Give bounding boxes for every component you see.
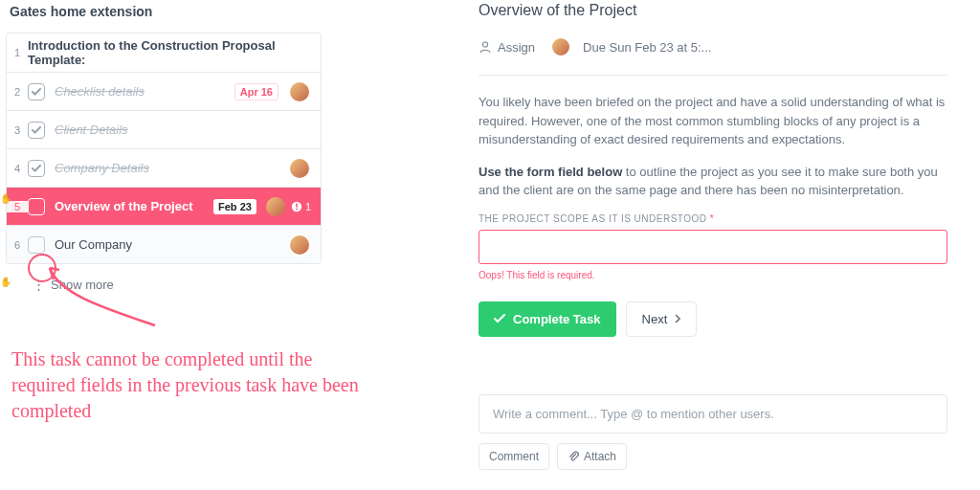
checkbox-icon[interactable]	[28, 122, 45, 139]
task-row-header[interactable]: 1 Introduction to the Construction Propo…	[7, 33, 321, 72]
task-row[interactable]: 6 Our Company	[7, 225, 321, 263]
avatar[interactable]	[288, 80, 311, 103]
checkbox-icon[interactable]	[28, 198, 45, 215]
task-list: 1 Introduction to the Construction Propo…	[6, 33, 322, 264]
description-paragraph: You likely have been briefed on the proj…	[479, 93, 947, 149]
comment-input[interactable]: Write a comment... Type @ to mention oth…	[479, 394, 947, 434]
assign-button[interactable]: Assign	[479, 40, 535, 55]
more-icon: ⋮	[33, 278, 45, 292]
checkbox-icon[interactable]	[28, 83, 45, 100]
field-label: THE PROJECT SCOPE AS IT IS UNDERSTOOD *	[479, 213, 947, 224]
annotation-text: This task cannot be completed until the …	[11, 346, 366, 424]
task-label: Overview of the Project	[55, 199, 213, 213]
task-label: Company Details	[55, 161, 284, 175]
task-label: Checklist details	[55, 84, 234, 99]
workflow-title: Gates home extension	[0, 0, 322, 33]
field-error: Oops! This field is required.	[479, 270, 947, 280]
warning-count: 1	[291, 201, 311, 212]
task-number: 4	[7, 163, 28, 174]
task-row[interactable]: 4 Company Details	[7, 148, 321, 187]
task-label: Client Details	[55, 122, 311, 137]
svg-rect-1	[296, 203, 298, 207]
task-number: 1	[7, 47, 28, 58]
checkbox-icon[interactable]	[28, 236, 45, 254]
attach-button[interactable]: Attach	[557, 443, 627, 470]
chevron-right-icon	[675, 314, 680, 323]
due-badge: Apr 16	[234, 83, 278, 100]
user-icon	[479, 40, 492, 54]
svg-point-3	[482, 42, 487, 47]
task-row[interactable]: 2 Checklist details Apr 16	[7, 72, 321, 110]
alert-icon	[291, 201, 302, 212]
due-date[interactable]: Due Sun Feb 23 at 5:...	[583, 40, 711, 55]
check-icon	[494, 314, 505, 323]
task-label: Introduction to the Construction Proposa…	[28, 38, 311, 67]
show-more-button[interactable]: ⋮ Show more	[0, 264, 322, 292]
checkbox-icon[interactable]	[28, 160, 45, 177]
avatar[interactable]	[288, 234, 311, 256]
assignee-avatar[interactable]	[550, 36, 571, 57]
project-scope-input[interactable]	[479, 230, 947, 264]
task-label: Our Company	[55, 237, 284, 252]
comment-button[interactable]: Comment	[479, 443, 549, 470]
due-badge: Feb 23	[213, 199, 256, 214]
task-meta-bar: Assign Due Sun Feb 23 at 5:...	[479, 31, 947, 76]
stop-icon: ✋	[0, 277, 11, 287]
complete-task-button[interactable]: Complete Task	[479, 301, 616, 337]
svg-rect-2	[296, 208, 298, 210]
task-number: 3	[7, 124, 28, 136]
task-row-active[interactable]: 5 Overview of the Project Feb 23 1	[7, 187, 321, 225]
stop-icon: ✋	[0, 193, 11, 204]
task-number: 6	[7, 239, 28, 251]
task-title: Overview of the Project	[479, 2, 947, 19]
paperclip-icon	[568, 451, 579, 462]
task-number: 2	[7, 86, 28, 98]
avatar[interactable]	[288, 157, 311, 180]
description-paragraph: Use the form field below to outline the …	[479, 163, 947, 200]
next-button[interactable]: Next	[626, 301, 698, 337]
avatar[interactable]	[264, 195, 287, 218]
task-row[interactable]: 3 Client Details	[7, 110, 321, 148]
